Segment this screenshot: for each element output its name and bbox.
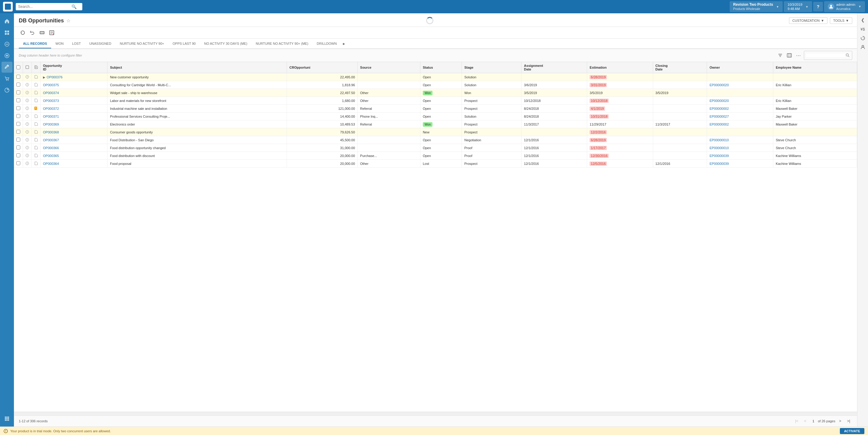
fit-button[interactable] bbox=[38, 29, 46, 37]
row-checkbox-cell[interactable] bbox=[14, 128, 23, 136]
help-button[interactable]: ? bbox=[813, 2, 823, 11]
opportunity-id-link[interactable]: OP000376 bbox=[46, 75, 63, 79]
owner-link[interactable]: EP00000039 bbox=[709, 154, 729, 158]
owner-link[interactable]: EP00000010 bbox=[709, 138, 729, 142]
row-checkbox[interactable] bbox=[17, 145, 20, 149]
sidebar-item-edit[interactable] bbox=[1, 62, 12, 73]
row-checkbox[interactable] bbox=[17, 106, 20, 110]
opportunity-id-link[interactable]: OP000369 bbox=[43, 123, 59, 126]
owner-link[interactable]: EP00000027 bbox=[709, 115, 729, 118]
filter-button[interactable] bbox=[777, 52, 784, 59]
row-checkbox-cell[interactable] bbox=[14, 81, 23, 89]
row-checkbox[interactable] bbox=[17, 130, 20, 134]
row-checkbox[interactable] bbox=[17, 114, 20, 118]
favorite-star-icon[interactable]: ☆ bbox=[66, 18, 70, 24]
th-source[interactable]: Source bbox=[358, 62, 420, 73]
tab-opps-last-90[interactable]: OPPS LAST 90 bbox=[168, 39, 200, 48]
sidebar-item-minus[interactable] bbox=[1, 39, 12, 49]
row-checkbox-cell[interactable] bbox=[14, 152, 23, 160]
row-owner-cell[interactable]: EP00000039 bbox=[707, 152, 773, 160]
th-closing-date[interactable]: ClosingDate bbox=[653, 62, 707, 73]
sidebar-item-dashboard[interactable] bbox=[1, 27, 12, 38]
row-owner-cell[interactable]: EP00000002 bbox=[707, 121, 773, 128]
row-owner-cell[interactable] bbox=[707, 89, 773, 97]
refresh-button[interactable] bbox=[19, 29, 27, 37]
row-opportunity-id-cell[interactable]: OP000366 bbox=[40, 144, 107, 152]
row-opportunity-id-cell[interactable]: OP000375 bbox=[40, 81, 107, 89]
tab-won[interactable]: WON bbox=[51, 39, 68, 48]
row-owner-cell[interactable]: EP00000039 bbox=[707, 160, 773, 168]
sidebar-item-add[interactable] bbox=[1, 50, 12, 61]
horizontal-scrollbar[interactable] bbox=[14, 412, 857, 415]
columns-button[interactable] bbox=[786, 52, 793, 59]
th-stage[interactable]: Stage bbox=[462, 62, 522, 73]
prev-page-button[interactable]: < bbox=[801, 417, 809, 425]
row-expander[interactable]: ▶ bbox=[43, 76, 45, 79]
row-opportunity-id-cell[interactable]: OP000365 bbox=[40, 152, 107, 160]
opportunity-id-link[interactable]: OP000375 bbox=[43, 83, 59, 87]
sidebar-item-analytics[interactable] bbox=[1, 85, 12, 96]
opportunity-id-link[interactable]: OP000373 bbox=[43, 99, 59, 103]
right-sidebar-user[interactable] bbox=[859, 43, 867, 52]
customization-button[interactable]: CUSTOMIZATION ▼ bbox=[789, 17, 828, 24]
right-sidebar-chart[interactable] bbox=[859, 34, 867, 42]
row-checkbox[interactable] bbox=[17, 154, 20, 157]
select-all-checkbox[interactable] bbox=[17, 65, 20, 69]
row-checkbox-cell[interactable] bbox=[14, 73, 23, 81]
opportunity-id-link[interactable]: OP000364 bbox=[43, 162, 59, 165]
row-checkbox[interactable] bbox=[17, 82, 20, 87]
row-owner-cell[interactable] bbox=[707, 128, 773, 136]
row-owner-cell[interactable]: EP00000020 bbox=[707, 97, 773, 105]
owner-link[interactable]: EP00000010 bbox=[709, 146, 729, 150]
sidebar-item-cart[interactable] bbox=[1, 73, 12, 84]
owner-link[interactable]: EP00000002 bbox=[709, 123, 729, 126]
opportunity-id-link[interactable]: OP000366 bbox=[43, 146, 59, 150]
row-opportunity-id-cell[interactable]: OP000371 bbox=[40, 112, 107, 121]
row-checkbox-cell[interactable] bbox=[14, 144, 23, 152]
row-opportunity-id-cell[interactable]: OP000369 bbox=[40, 121, 107, 128]
th-estimation[interactable]: Estimation bbox=[587, 62, 653, 73]
opportunity-id-link[interactable]: OP000372 bbox=[43, 107, 59, 110]
th-subject[interactable]: Subject bbox=[107, 62, 287, 73]
row-opportunity-id-cell[interactable]: OP000374 bbox=[40, 89, 107, 97]
right-sidebar-chevron[interactable]: ❮ bbox=[859, 16, 867, 24]
export-button[interactable] bbox=[48, 29, 56, 37]
row-checkbox[interactable] bbox=[17, 91, 20, 94]
row-owner-cell[interactable]: EP00000010 bbox=[707, 136, 773, 144]
th-opportunity-id[interactable]: OpportunityID bbox=[40, 62, 107, 73]
undo-button[interactable] bbox=[28, 29, 36, 37]
row-checkbox-cell[interactable] bbox=[14, 121, 23, 128]
row-checkbox-cell[interactable] bbox=[14, 105, 23, 112]
row-checkbox-cell[interactable] bbox=[14, 136, 23, 144]
tabs-more-icon[interactable]: ▸ bbox=[341, 39, 347, 48]
row-opportunity-id-cell[interactable]: OP000368 bbox=[40, 128, 107, 136]
more-options-button[interactable]: ⋯ bbox=[795, 52, 802, 59]
row-owner-cell[interactable] bbox=[707, 73, 773, 81]
row-opportunity-id-cell[interactable]: ▶OP000376 bbox=[40, 73, 107, 81]
table-container[interactable]: OpportunityID Subject CROpportuni Source… bbox=[14, 62, 857, 412]
tab-drilldown[interactable]: DRILLDOWN bbox=[313, 39, 341, 48]
app-logo[interactable] bbox=[3, 2, 13, 11]
th-employee-name[interactable]: Employee Name bbox=[773, 62, 857, 73]
row-checkbox[interactable] bbox=[17, 138, 20, 141]
owner-link[interactable]: EP00000002 bbox=[709, 107, 729, 110]
company-selector[interactable]: Revision Two Products Products Wholesale… bbox=[730, 1, 783, 12]
first-page-button[interactable]: |< bbox=[793, 417, 800, 425]
th-owner[interactable]: Owner bbox=[707, 62, 773, 73]
row-checkbox[interactable] bbox=[17, 161, 20, 165]
opportunity-id-link[interactable]: OP000374 bbox=[43, 91, 59, 95]
row-checkbox[interactable] bbox=[17, 75, 20, 79]
row-checkbox[interactable] bbox=[17, 98, 20, 102]
last-page-button[interactable]: >| bbox=[845, 417, 852, 425]
search-input[interactable] bbox=[18, 4, 70, 9]
th-status[interactable]: Status bbox=[420, 62, 462, 73]
row-checkbox-cell[interactable] bbox=[14, 112, 23, 121]
th-checkbox[interactable] bbox=[14, 62, 23, 73]
tab-nurture-90-me[interactable]: NURTURE NO ACTIVITY 90+ (ME) bbox=[251, 39, 313, 48]
tab-no-activity-30[interactable]: NO ACTIVITY 30 DAYS (ME) bbox=[200, 39, 251, 48]
opportunity-id-link[interactable]: OP000371 bbox=[43, 115, 59, 118]
row-owner-cell[interactable]: EP00000020 bbox=[707, 81, 773, 89]
tab-lost[interactable]: LOST bbox=[68, 39, 85, 48]
row-owner-cell[interactable]: EP00000027 bbox=[707, 112, 773, 121]
row-checkbox-cell[interactable] bbox=[14, 89, 23, 97]
